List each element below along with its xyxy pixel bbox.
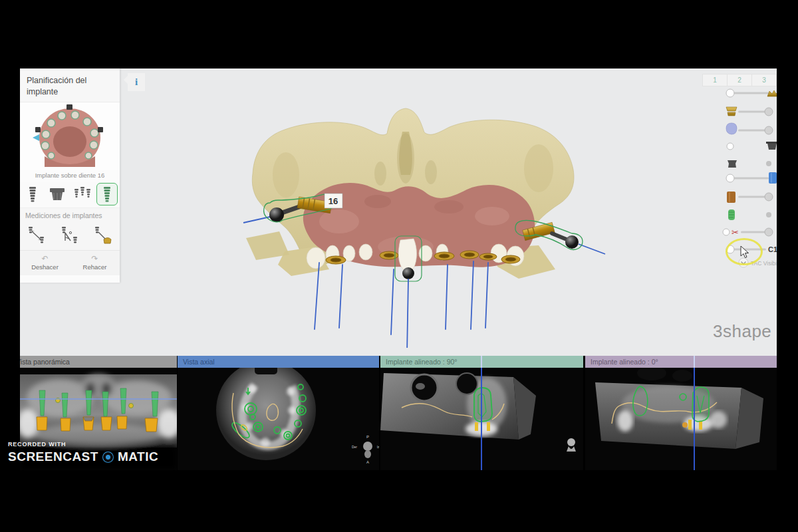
- gold-tooth-icon: [726, 107, 737, 116]
- selected-implant-icon: [102, 186, 112, 202]
- tab-step-1[interactable]: 1: [703, 74, 728, 86]
- crown-visibility-slider[interactable]: [726, 89, 777, 97]
- gold-tooth-visibility-slider[interactable]: [726, 107, 773, 116]
- implant-crown-icon: [94, 226, 112, 245]
- implant-group-icon: [74, 186, 91, 202]
- copper-cylinder-icon: [727, 192, 735, 203]
- post-icon: [728, 160, 737, 168]
- undo-icon: ↶: [41, 255, 48, 262]
- gingiva-visibility-slider[interactable]: [726, 123, 773, 134]
- gingiva-icon: [726, 123, 737, 134]
- redo-button[interactable]: ↷ Rehacer: [70, 251, 120, 275]
- panel-title: Planificación del implante: [20, 68, 120, 102]
- abutment-icon: [767, 143, 777, 150]
- abutment-tool-button[interactable]: [47, 183, 68, 205]
- axial-orientation-widget: P A Der Izq: [352, 435, 379, 464]
- implant-aligned-0-panel: Implante alineado : 0°: [585, 356, 777, 470]
- abutment-visibility-toggle[interactable]: [727, 142, 777, 150]
- arch-thumbnail[interactable]: [20, 102, 120, 170]
- mouse-cursor: [740, 245, 749, 259]
- arch-thumbnail-image: [31, 103, 108, 170]
- undo-button[interactable]: ↶ Deshacer: [20, 251, 70, 275]
- scanbody-visibility-slider[interactable]: [726, 172, 777, 184]
- selected-implant-tool-button[interactable]: [96, 183, 118, 205]
- implant-angle-icon: [61, 226, 78, 245]
- tab-step-3[interactable]: 3: [752, 74, 776, 86]
- sleeve-visibility-slider[interactable]: [727, 192, 773, 203]
- implant-visibility-toggle[interactable]: [728, 209, 771, 220]
- implant-tools-row: [20, 182, 120, 208]
- green-implant-icon: [728, 209, 735, 220]
- implant-aligned-0-header[interactable]: Implante alineado : 0°: [585, 356, 777, 368]
- implant-crown-tool-button[interactable]: [92, 224, 114, 247]
- redo-icon: ↷: [91, 255, 98, 262]
- implant-group-tool-button[interactable]: [72, 183, 93, 205]
- abutment-icon: [49, 187, 66, 201]
- svg-text:Izq: Izq: [377, 445, 379, 449]
- undo-redo-row: ↶ Deshacer ↷ Rehacer: [20, 250, 120, 275]
- axial-view-panel: Vista axial: [178, 356, 379, 470]
- orientation-figurine: [567, 438, 576, 452]
- single-implant-tool-button[interactable]: [22, 183, 43, 205]
- step-tabs: 1 2 3: [702, 74, 777, 86]
- tab-step-2[interactable]: 2: [728, 74, 752, 86]
- screencast-watermark: RECORDED WITH SCREENCAST MATIC: [8, 441, 158, 464]
- watermark-brand-right: MATIC: [118, 450, 158, 464]
- measurements-section-title: Mediciones de implantes: [20, 208, 120, 221]
- info-icon: i: [135, 76, 138, 88]
- main-3d-view[interactable]: 16: [206, 95, 618, 348]
- svg-text:Der: Der: [352, 445, 357, 449]
- implant-distance-tool-button[interactable]: [26, 224, 47, 247]
- cut-view-slider[interactable]: ✂: [723, 227, 773, 237]
- ct-density-value: C1: [768, 245, 777, 253]
- info-button[interactable]: i: [128, 73, 145, 91]
- implant-aligned-0-image[interactable]: [585, 368, 777, 470]
- crown-icon: [767, 90, 777, 96]
- svg-text:A: A: [366, 460, 369, 464]
- axial-view-header[interactable]: Vista axial: [178, 356, 379, 368]
- application-window: 16 Planificación del implante: [0, 0, 798, 532]
- post-visibility-toggle[interactable]: [728, 160, 771, 168]
- implant-number-label: 16: [329, 196, 338, 206]
- 3shape-logo: 3shape: [713, 321, 771, 342]
- implant-distance-icon: [28, 226, 45, 245]
- screencast-o-matic-icon: [102, 452, 114, 463]
- scissors-icon: ✂: [732, 227, 739, 237]
- measurement-tools-row: [20, 221, 120, 250]
- single-implant-icon: [28, 186, 37, 202]
- blue-cylinder-icon: [769, 172, 777, 184]
- selected-implant-caption: Implante sobre diente 16: [20, 170, 120, 182]
- main-canvas: 16 Planificación del implante: [20, 68, 777, 470]
- svg-text:P: P: [366, 435, 369, 439]
- axial-view-image[interactable]: P A Der Izq: [178, 368, 379, 470]
- slice-indicator-line-90[interactable]: [481, 356, 482, 470]
- panoramic-view-header[interactable]: Vista panorámica: [20, 356, 177, 368]
- implant-angle-tool-button[interactable]: [59, 224, 80, 247]
- implant-planning-panel: Planificación del implante: [20, 68, 120, 283]
- watermark-brand-left: SCREENCAST: [8, 450, 98, 464]
- slice-indicator-line-0[interactable]: [694, 356, 695, 470]
